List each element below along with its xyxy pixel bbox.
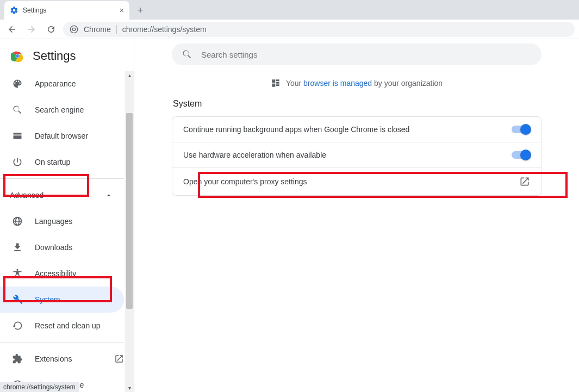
setting-label: Open your computer's proxy settings [183,177,307,186]
scroll-thumb[interactable] [126,113,133,309]
chrome-logo-icon [11,49,24,63]
sidebar-item-label: Extensions [35,354,72,363]
main-panel: Your browser is managed by your organiza… [134,39,579,392]
browser-toolbar: Chrome chrome://settings/system [0,20,579,39]
close-icon[interactable]: × [120,6,124,15]
browser-tab[interactable]: Settings × [4,1,129,20]
managed-notice: Your browser is managed by your organiza… [271,78,443,88]
setting-label: Continue running background apps when Go… [183,125,409,134]
toggle-on[interactable] [512,126,530,133]
svg-point-1 [72,28,75,30]
gear-icon [10,6,18,15]
sidebar-item-default-browser[interactable]: Default browser [0,123,124,149]
restore-icon [12,320,23,331]
omnibox-url: chrome://settings/system [122,25,207,34]
open-in-new-icon [519,176,530,187]
omnibox[interactable]: Chrome chrome://settings/system [63,22,575,37]
nav-list: Appearance Search engine Default browser… [0,67,134,392]
back-button[interactable] [4,22,20,37]
sidebar-item-accessibility[interactable]: Accessibility [0,260,124,287]
tab-strip: Settings × + [0,0,579,20]
sidebar-item-label: Accessibility [35,269,76,278]
settings-page: Settings Appearance Search engine Defaul… [0,39,579,392]
browser-icon [12,130,23,141]
search-input[interactable] [201,50,532,59]
setting-label: Use hardware acceleration when available [183,151,326,159]
download-icon [12,242,23,253]
sidebar: Settings Appearance Search engine Defaul… [0,39,134,392]
scrollbar[interactable]: ▴ ▾ [125,71,134,392]
sidebar-item-languages[interactable]: Languages [0,208,124,234]
chrome-icon [70,25,78,34]
sidebar-item-appearance[interactable]: Appearance [0,71,124,97]
sidebar-item-label: On startup [35,158,70,166]
extension-icon [12,353,23,364]
forward-button[interactable] [24,22,39,37]
sidebar-item-search-engine[interactable]: Search engine [0,97,124,123]
divider [0,342,124,343]
setting-proxy[interactable]: Open your computer's proxy settings [172,167,541,195]
divider [0,178,124,179]
reload-button[interactable] [43,22,59,37]
domain-icon [271,78,281,88]
chevron-up-icon [105,192,112,198]
sidebar-item-downloads[interactable]: Downloads [0,234,124,260]
setting-hw-accel[interactable]: Use hardware acceleration when available [172,142,541,167]
page-title: Settings [33,49,76,63]
new-tab-button[interactable]: + [133,3,148,18]
globe-icon [12,216,23,227]
sidebar-item-reset[interactable]: Reset and clean up [0,313,124,339]
sidebar-item-system[interactable]: System [0,287,124,313]
divider [116,25,117,34]
scroll-down-icon[interactable]: ▾ [125,383,134,392]
sidebar-item-on-startup[interactable]: On startup [0,149,124,175]
managed-link[interactable]: browser is managed [303,79,372,88]
svg-point-0 [70,26,77,33]
tab-title: Settings [23,7,115,14]
sidebar-item-label: Downloads [35,243,72,252]
sidebar-section-advanced[interactable]: Advanced [0,182,124,208]
accessibility-icon [12,268,23,279]
omnibox-prefix: Chrome [84,25,111,34]
sidebar-item-extensions[interactable]: Extensions [0,346,124,372]
status-bar: chrome://settings/system [0,382,79,392]
settings-search[interactable] [172,43,541,65]
sidebar-section-label: Advanced [10,191,43,200]
open-in-new-icon [114,354,124,364]
toggle-on[interactable] [512,151,530,159]
sidebar-item-label: System [35,295,60,304]
sidebar-item-label: Appearance [35,79,76,88]
sidebar-item-label: Reset and clean up [35,321,101,330]
system-card: Continue running background apps when Go… [172,116,541,196]
sidebar-item-label: Default browser [35,132,88,140]
logo-row: Settings [0,41,134,67]
search-icon [12,104,23,115]
sidebar-item-label: Search engine [35,105,84,114]
sidebar-item-label: Languages [35,217,72,226]
palette-icon [12,78,23,89]
search-icon [182,49,192,60]
scroll-up-icon[interactable]: ▴ [125,71,134,79]
managed-text: Your browser is managed by your organiza… [286,79,443,88]
power-icon [12,157,23,167]
wrench-icon [12,294,23,305]
section-title: System [172,99,541,109]
setting-background-apps[interactable]: Continue running background apps when Go… [172,117,541,142]
